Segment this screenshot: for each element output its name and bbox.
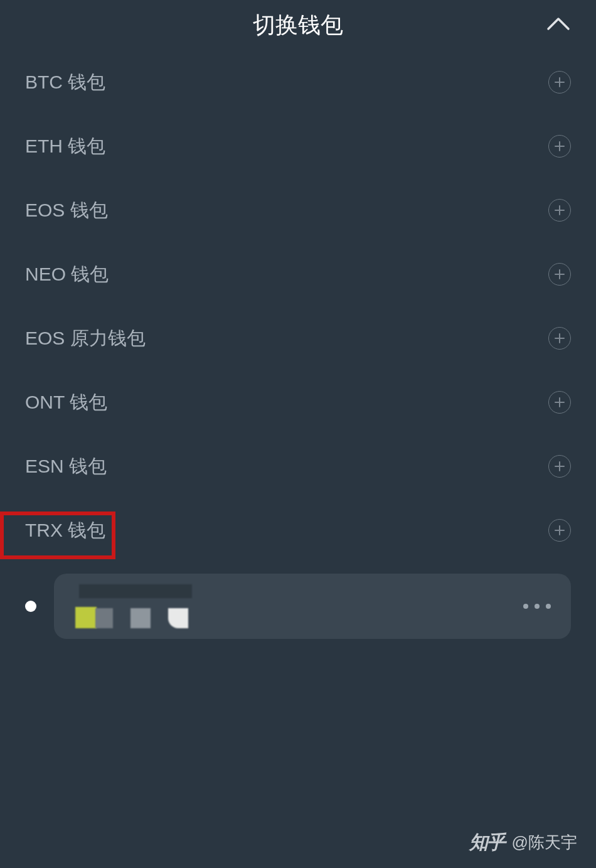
- add-wallet-button[interactable]: [548, 327, 571, 350]
- add-wallet-button[interactable]: [548, 519, 571, 542]
- watermark-user: @陈天宇: [512, 832, 577, 854]
- wallet-row-eth[interactable]: ETH 钱包: [0, 114, 596, 178]
- wallet-row-eos[interactable]: EOS 钱包: [0, 178, 596, 242]
- wallet-row-trx[interactable]: TRX 钱包: [0, 498, 596, 562]
- more-icon[interactable]: [523, 604, 551, 609]
- wallet-row-ont[interactable]: ONT 钱包: [0, 370, 596, 434]
- wallet-card-body[interactable]: [54, 574, 571, 639]
- redacted-content: [75, 584, 188, 628]
- plus-icon: [554, 333, 565, 344]
- add-wallet-button[interactable]: [548, 71, 571, 94]
- wallet-row-esn[interactable]: ESN 钱包: [0, 434, 596, 498]
- wallet-row-btc[interactable]: BTC 钱包: [0, 50, 596, 114]
- wallet-label: EOS 原力钱包: [25, 326, 146, 351]
- wallet-card-info: [75, 584, 188, 628]
- plus-icon: [554, 397, 565, 408]
- add-wallet-button[interactable]: [548, 391, 571, 414]
- watermark: 知乎 @陈天宇: [469, 830, 577, 855]
- plus-icon: [554, 205, 565, 216]
- wallet-label: ESN 钱包: [25, 454, 107, 480]
- add-wallet-button[interactable]: [548, 135, 571, 158]
- zhihu-logo-icon: 知乎: [469, 830, 504, 855]
- page-title: 切换钱包: [253, 10, 343, 41]
- chevron-up-icon[interactable]: [546, 16, 571, 34]
- plus-icon: [554, 525, 565, 536]
- add-wallet-button[interactable]: [548, 263, 571, 286]
- radio-selected-icon[interactable]: [25, 601, 36, 612]
- plus-icon: [554, 77, 565, 88]
- plus-icon: [554, 269, 565, 280]
- wallet-row-neo[interactable]: NEO 钱包: [0, 242, 596, 306]
- selected-wallet-card[interactable]: [25, 574, 571, 639]
- page-header: 切换钱包: [0, 0, 596, 50]
- wallet-row-eosforce[interactable]: EOS 原力钱包: [0, 306, 596, 370]
- wallet-label: ETH 钱包: [25, 134, 105, 159]
- wallet-label: EOS 钱包: [25, 198, 108, 223]
- add-wallet-button[interactable]: [548, 455, 571, 478]
- wallet-label: ONT 钱包: [25, 390, 107, 415]
- plus-icon: [554, 141, 565, 152]
- wallet-list: BTC 钱包 ETH 钱包 EOS 钱包 NEO 钱包 EOS 原力钱包 ONT…: [0, 50, 596, 562]
- add-wallet-button[interactable]: [548, 199, 571, 222]
- wallet-label: TRX 钱包: [25, 518, 105, 544]
- wallet-label: NEO 钱包: [25, 262, 109, 287]
- wallet-label: BTC 钱包: [25, 70, 105, 95]
- plus-icon: [554, 461, 565, 472]
